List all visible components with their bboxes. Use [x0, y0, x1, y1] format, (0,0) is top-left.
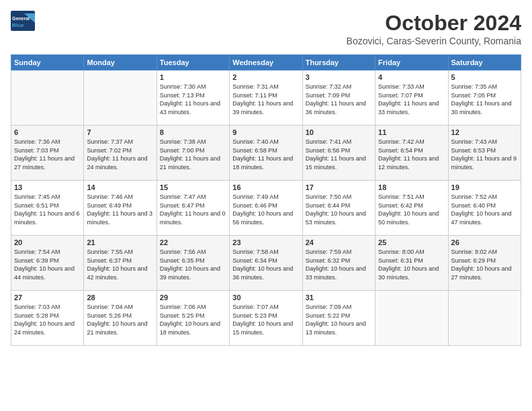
calendar-cell: 8Sunrise: 7:38 AM Sunset: 7:00 PM Daylig…	[157, 126, 229, 181]
calendar-cell: 7Sunrise: 7:37 AM Sunset: 7:02 PM Daylig…	[84, 126, 157, 181]
cell-info: Sunrise: 7:40 AM Sunset: 6:58 PM Dayligh…	[232, 138, 299, 171]
day-number: 2	[232, 73, 299, 81]
svg-text:Blue: Blue	[12, 22, 24, 28]
day-header-thursday: Thursday	[302, 55, 375, 71]
calendar-cell: 22Sunrise: 7:56 AM Sunset: 6:35 PM Dayli…	[157, 236, 229, 291]
day-number: 29	[160, 293, 226, 302]
calendar-cell: 31Sunrise: 7:09 AM Sunset: 5:22 PM Dayli…	[302, 291, 375, 346]
cell-info: Sunrise: 7:30 AM Sunset: 7:13 PM Dayligh…	[160, 83, 226, 116]
calendar-cell: 27Sunrise: 7:03 AM Sunset: 5:28 PM Dayli…	[11, 291, 84, 346]
cell-info: Sunrise: 7:42 AM Sunset: 6:54 PM Dayligh…	[378, 138, 445, 171]
day-number: 31	[306, 293, 372, 302]
day-number: 28	[87, 293, 153, 302]
week-row-2: 13Sunrise: 7:45 AM Sunset: 6:51 PM Dayli…	[11, 181, 521, 236]
day-header-tuesday: Tuesday	[157, 55, 229, 71]
day-number: 19	[451, 183, 518, 191]
calendar-cell: 21Sunrise: 7:55 AM Sunset: 6:37 PM Dayli…	[84, 236, 157, 291]
day-number: 16	[232, 183, 299, 191]
cell-info: Sunrise: 7:46 AM Sunset: 6:49 PM Dayligh…	[87, 193, 153, 226]
calendar-cell: 17Sunrise: 7:50 AM Sunset: 6:44 PM Dayli…	[302, 181, 375, 236]
cell-info: Sunrise: 7:33 AM Sunset: 7:07 PM Dayligh…	[378, 83, 445, 116]
day-number: 10	[306, 128, 372, 136]
cell-info: Sunrise: 7:47 AM Sunset: 6:47 PM Dayligh…	[160, 193, 226, 226]
calendar-cell: 30Sunrise: 7:07 AM Sunset: 5:23 PM Dayli…	[230, 291, 302, 346]
day-number: 7	[87, 128, 153, 136]
day-number: 5	[451, 73, 518, 81]
cell-info: Sunrise: 8:02 AM Sunset: 6:29 PM Dayligh…	[451, 248, 518, 281]
day-number: 15	[160, 183, 226, 191]
page-header: General Blue October 2024 Bozovici, Cara…	[11, 11, 521, 46]
calendar-cell: 29Sunrise: 7:06 AM Sunset: 5:25 PM Dayli…	[157, 291, 229, 346]
calendar-cell	[84, 71, 157, 126]
cell-info: Sunrise: 7:38 AM Sunset: 7:00 PM Dayligh…	[160, 138, 226, 171]
cell-info: Sunrise: 7:51 AM Sunset: 6:42 PM Dayligh…	[378, 193, 445, 226]
day-header-saturday: Saturday	[448, 55, 521, 71]
calendar-cell: 18Sunrise: 7:51 AM Sunset: 6:42 PM Dayli…	[375, 181, 448, 236]
day-number: 3	[306, 73, 372, 81]
cell-info: Sunrise: 7:07 AM Sunset: 5:23 PM Dayligh…	[232, 303, 299, 336]
cell-info: Sunrise: 7:56 AM Sunset: 6:35 PM Dayligh…	[160, 248, 226, 281]
calendar-cell	[448, 291, 521, 346]
day-number: 4	[378, 73, 445, 81]
calendar-cell: 6Sunrise: 7:36 AM Sunset: 7:03 PM Daylig…	[11, 126, 84, 181]
week-row-0: 1Sunrise: 7:30 AM Sunset: 7:13 PM Daylig…	[11, 71, 521, 126]
week-row-3: 20Sunrise: 7:54 AM Sunset: 6:39 PM Dayli…	[11, 236, 521, 291]
calendar-cell: 23Sunrise: 7:58 AM Sunset: 6:34 PM Dayli…	[230, 236, 302, 291]
calendar-cell: 10Sunrise: 7:41 AM Sunset: 6:56 PM Dayli…	[302, 126, 375, 181]
cell-info: Sunrise: 7:43 AM Sunset: 6:53 PM Dayligh…	[451, 138, 518, 171]
day-number: 8	[160, 128, 226, 136]
calendar-cell: 12Sunrise: 7:43 AM Sunset: 6:53 PM Dayli…	[448, 126, 521, 181]
day-number: 6	[14, 128, 81, 136]
cell-info: Sunrise: 7:03 AM Sunset: 5:28 PM Dayligh…	[14, 303, 81, 336]
day-number: 20	[14, 238, 81, 246]
cell-info: Sunrise: 7:04 AM Sunset: 5:26 PM Dayligh…	[87, 303, 153, 336]
day-number: 25	[378, 238, 445, 246]
calendar-cell: 16Sunrise: 7:49 AM Sunset: 6:46 PM Dayli…	[230, 181, 302, 236]
calendar-cell: 20Sunrise: 7:54 AM Sunset: 6:39 PM Dayli…	[11, 236, 84, 291]
calendar-cell: 1Sunrise: 7:30 AM Sunset: 7:13 PM Daylig…	[157, 71, 229, 126]
cell-info: Sunrise: 7:49 AM Sunset: 6:46 PM Dayligh…	[232, 193, 299, 226]
calendar-cell: 11Sunrise: 7:42 AM Sunset: 6:54 PM Dayli…	[375, 126, 448, 181]
calendar-cell	[11, 71, 84, 126]
cell-info: Sunrise: 7:45 AM Sunset: 6:51 PM Dayligh…	[14, 193, 81, 226]
cell-info: Sunrise: 7:37 AM Sunset: 7:02 PM Dayligh…	[87, 138, 153, 171]
day-header-monday: Monday	[84, 55, 157, 71]
day-number: 22	[160, 238, 226, 246]
calendar-cell: 13Sunrise: 7:45 AM Sunset: 6:51 PM Dayli…	[11, 181, 84, 236]
title-block: October 2024 Bozovici, Caras-Severin Cou…	[347, 11, 521, 46]
calendar-cell: 19Sunrise: 7:52 AM Sunset: 6:40 PM Dayli…	[448, 181, 521, 236]
day-number: 27	[14, 293, 81, 302]
day-number: 30	[232, 293, 299, 302]
location-subtitle: Bozovici, Caras-Severin County, Romania	[347, 36, 521, 46]
day-number: 26	[451, 238, 518, 246]
day-number: 11	[378, 128, 445, 136]
day-header-sunday: Sunday	[11, 55, 84, 71]
cell-info: Sunrise: 7:35 AM Sunset: 7:05 PM Dayligh…	[451, 83, 518, 116]
calendar-table: SundayMondayTuesdayWednesdayThursdayFrid…	[11, 54, 521, 346]
cell-info: Sunrise: 7:41 AM Sunset: 6:56 PM Dayligh…	[306, 138, 372, 171]
cell-info: Sunrise: 7:06 AM Sunset: 5:25 PM Dayligh…	[160, 303, 226, 336]
day-number: 9	[232, 128, 299, 136]
cell-info: Sunrise: 8:00 AM Sunset: 6:31 PM Dayligh…	[378, 248, 445, 281]
calendar-cell: 2Sunrise: 7:31 AM Sunset: 7:11 PM Daylig…	[230, 71, 302, 126]
cell-info: Sunrise: 7:32 AM Sunset: 7:09 PM Dayligh…	[306, 83, 372, 116]
day-number: 1	[160, 73, 226, 81]
day-number: 21	[87, 238, 153, 246]
day-number: 17	[306, 183, 372, 191]
week-row-4: 27Sunrise: 7:03 AM Sunset: 5:28 PM Dayli…	[11, 291, 521, 346]
calendar-cell: 9Sunrise: 7:40 AM Sunset: 6:58 PM Daylig…	[230, 126, 302, 181]
day-number: 18	[378, 183, 445, 191]
logo: General Blue	[11, 11, 35, 31]
calendar-cell: 15Sunrise: 7:47 AM Sunset: 6:47 PM Dayli…	[157, 181, 229, 236]
cell-info: Sunrise: 7:31 AM Sunset: 7:11 PM Dayligh…	[232, 83, 299, 116]
day-header-friday: Friday	[375, 55, 448, 71]
cell-info: Sunrise: 7:55 AM Sunset: 6:37 PM Dayligh…	[87, 248, 153, 281]
calendar-cell: 24Sunrise: 7:59 AM Sunset: 6:32 PM Dayli…	[302, 236, 375, 291]
calendar-cell: 28Sunrise: 7:04 AM Sunset: 5:26 PM Dayli…	[84, 291, 157, 346]
day-number: 24	[306, 238, 372, 246]
day-header-wednesday: Wednesday	[230, 55, 302, 71]
calendar-cell: 26Sunrise: 8:02 AM Sunset: 6:29 PM Dayli…	[448, 236, 521, 291]
calendar-cell: 4Sunrise: 7:33 AM Sunset: 7:07 PM Daylig…	[375, 71, 448, 126]
calendar-cell: 25Sunrise: 8:00 AM Sunset: 6:31 PM Dayli…	[375, 236, 448, 291]
cell-info: Sunrise: 7:59 AM Sunset: 6:32 PM Dayligh…	[306, 248, 372, 281]
